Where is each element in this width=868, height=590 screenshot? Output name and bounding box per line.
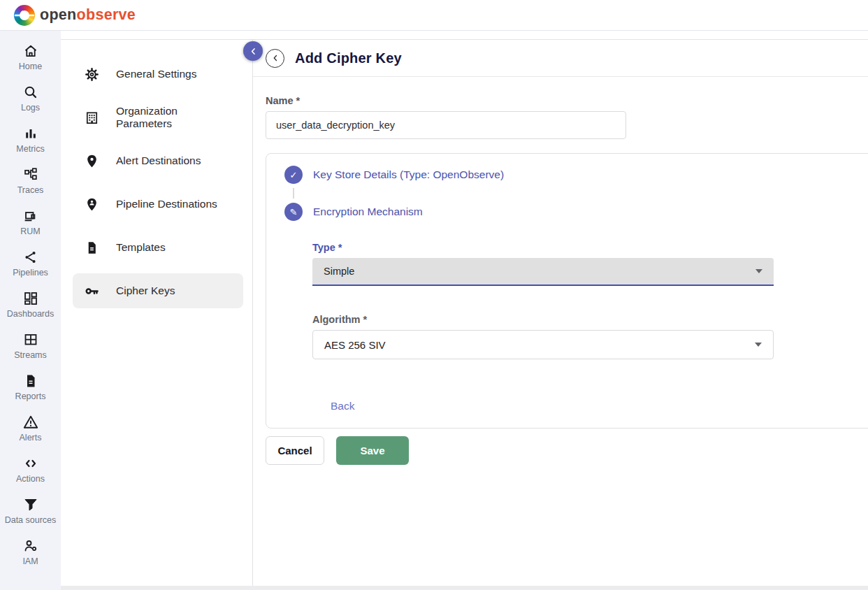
page-title: Add Cipher Key	[295, 50, 402, 66]
save-button[interactable]: Save	[336, 436, 409, 465]
sidebar-item-home[interactable]: Home	[0, 36, 61, 78]
add-cipher-key-panel: Add Cipher Key Name * ✓ Key Store Detail…	[253, 40, 868, 586]
sidebar-item-traces[interactable]: Traces	[0, 160, 61, 201]
sidebar-item-streams[interactable]: Streams	[0, 325, 61, 366]
sidebar-item-reports[interactable]: Reports	[0, 366, 61, 408]
user-gear-icon	[22, 538, 39, 554]
panel-header: Add Cipher Key	[253, 40, 868, 77]
code-brackets-icon	[22, 455, 39, 472]
funnel-icon	[22, 496, 39, 513]
sidebar-item-metrics[interactable]: Metrics	[0, 119, 61, 160]
collapse-menu-button[interactable]	[243, 41, 263, 61]
document-icon	[22, 373, 39, 389]
sidebar-item-dashboards[interactable]: Dashboards	[0, 284, 61, 325]
menu-item-pipeline-destinations[interactable]: Pipeline Destinations	[73, 187, 243, 222]
menu-item-organization-parameters[interactable]: Organization Parameters	[73, 100, 243, 135]
menu-item-label: Organization Parameters	[116, 105, 232, 130]
trace-graph-icon	[22, 166, 39, 183]
dashboard-icon	[22, 290, 39, 307]
back-button[interactable]	[266, 49, 284, 68]
monitor-icon	[22, 208, 39, 224]
settings-menu: General Settings Organization Parameters	[61, 40, 253, 586]
brand-open-text: open	[40, 6, 77, 23]
sidebar-item-label: Reports	[15, 391, 46, 401]
sidebar-item-rum[interactable]: RUM	[0, 201, 61, 243]
key-icon	[84, 283, 100, 299]
algorithm-field-label: Algorithm *	[312, 314, 868, 325]
brand-wordmark: openobserve	[40, 6, 136, 24]
chevron-left-icon	[248, 46, 259, 57]
menu-item-cipher-keys[interactable]: Cipher Keys	[73, 273, 243, 308]
sidebar-item-label: Pipelines	[13, 268, 48, 278]
sidebar-item-label: IAM	[22, 556, 38, 566]
menu-item-general-settings[interactable]: General Settings	[73, 57, 243, 92]
sidebar-item-pipelines[interactable]: Pipelines	[0, 243, 61, 284]
pin-person-icon	[84, 196, 100, 213]
sidebar-item-label: Actions	[16, 474, 45, 484]
share-icon	[22, 249, 39, 266]
gear-icon	[84, 66, 100, 82]
cancel-button[interactable]: Cancel	[266, 436, 324, 465]
home-icon	[22, 43, 39, 59]
sidebar-item-label: Traces	[17, 185, 44, 195]
brand-observe-text: observe	[77, 6, 136, 23]
type-select-value: Simple	[324, 266, 354, 277]
step-encryption-mechanism[interactable]: ✎ Encryption Mechanism	[284, 203, 868, 221]
menu-item-templates[interactable]: Templates	[73, 230, 243, 265]
stepper-card: ✓ Key Store Details (Type: OpenObserve) …	[266, 153, 868, 429]
app-header: openobserve	[0, 0, 868, 31]
sidebar-item-label: Alerts	[20, 433, 42, 442]
sidebar-item-label: Metrics	[16, 144, 44, 154]
sidebar-item-label: Streams	[14, 350, 47, 360]
openobserve-logo[interactable]: openobserve	[14, 5, 136, 26]
algorithm-select-value: AES 256 SIV	[324, 339, 386, 351]
menu-item-label: Templates	[116, 241, 166, 254]
primary-sidebar: Home Logs Metrics Traces	[0, 31, 61, 590]
type-select[interactable]: Simple	[312, 258, 774, 286]
sidebar-item-actions[interactable]: Actions	[0, 449, 61, 490]
menu-item-label: General Settings	[116, 68, 196, 80]
search-icon	[22, 84, 39, 101]
sidebar-item-data-sources[interactable]: Data sources	[0, 490, 61, 531]
step-label: Encryption Mechanism	[313, 206, 423, 218]
algorithm-select[interactable]: AES 256 SIV	[312, 330, 774, 359]
table-grid-icon	[22, 331, 39, 348]
horizontal-scrollbar-track[interactable]	[61, 586, 868, 590]
document-icon	[84, 240, 100, 256]
sidebar-item-iam[interactable]: IAM	[0, 531, 61, 573]
step-connector	[293, 188, 294, 199]
menu-item-alert-destinations[interactable]: Alert Destinations	[73, 143, 243, 178]
menu-item-label: Cipher Keys	[116, 285, 175, 297]
step-label: Key Store Details (Type: OpenObserve)	[313, 168, 504, 181]
sidebar-item-label: Data sources	[5, 515, 57, 525]
step-done-check-icon: ✓	[284, 166, 303, 184]
name-input[interactable]	[266, 111, 626, 139]
openobserve-logo-icon	[14, 5, 35, 26]
step-key-store-details[interactable]: ✓ Key Store Details (Type: OpenObserve)	[284, 166, 868, 184]
warning-triangle-icon	[22, 414, 39, 431]
building-icon	[84, 110, 100, 126]
sidebar-item-label: Home	[19, 62, 42, 71]
menu-item-label: Pipeline Destinations	[116, 198, 217, 210]
chevron-down-icon	[755, 343, 762, 347]
sidebar-item-alerts[interactable]: Alerts	[0, 408, 61, 449]
top-spacer	[61, 31, 868, 39]
sidebar-item-logs[interactable]: Logs	[0, 78, 61, 119]
sidebar-item-label: Logs	[21, 103, 40, 113]
menu-item-label: Alert Destinations	[116, 154, 201, 167]
name-field-label: Name *	[266, 95, 868, 106]
sidebar-item-label: RUM	[20, 226, 40, 236]
chevron-down-icon	[755, 269, 762, 273]
sidebar-item-label: Dashboards	[7, 309, 54, 319]
chevron-left-icon	[270, 53, 280, 63]
stepper-back-link[interactable]: Back	[331, 400, 354, 412]
location-pin-icon	[84, 153, 100, 169]
type-field-label: Type *	[312, 242, 868, 253]
bar-chart-icon	[22, 125, 39, 142]
step-active-pencil-icon: ✎	[284, 203, 303, 221]
